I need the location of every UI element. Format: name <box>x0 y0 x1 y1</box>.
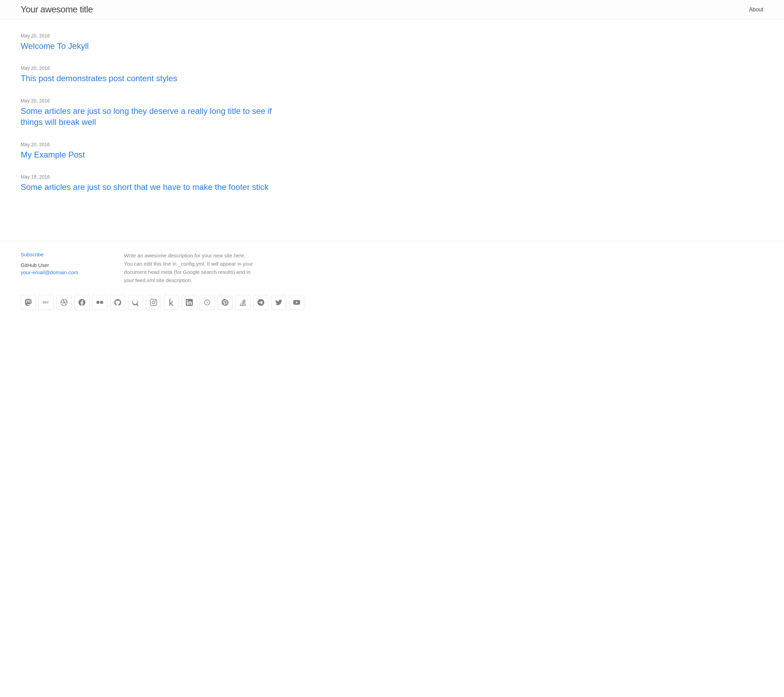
site-footer: Subscribe GitHub User your-email@domain.… <box>0 241 784 327</box>
post-date: May 20, 2016 <box>21 142 289 147</box>
site-header: Your awesome title About <box>0 0 784 19</box>
social-icons-row1: DEV <box>21 295 250 310</box>
post-list: May 20, 2016Welcome To JekyllMay 20, 201… <box>21 33 289 193</box>
social-icons-row2 <box>253 295 304 313</box>
post-date: May 20, 2016 <box>21 65 289 71</box>
post-list-item: May 20, 2016Welcome To Jekyll <box>21 33 289 52</box>
social-icon-kaggle[interactable] <box>164 295 179 310</box>
social-icon-youtube[interactable] <box>289 295 304 310</box>
post-date: May 20, 2016 <box>21 33 289 39</box>
social-icon-instagram[interactable] <box>146 295 161 310</box>
post-title-link[interactable]: Some articles are just so short that we … <box>21 182 289 193</box>
social-icon-telegram[interactable] <box>253 295 268 310</box>
post-list-item: May 20, 2016Some articles are just so lo… <box>21 98 289 128</box>
post-date: May 19, 2016 <box>21 174 289 179</box>
social-icon-mastodon[interactable] <box>21 295 36 310</box>
svg-text:DEV: DEV <box>43 301 49 304</box>
post-title-link[interactable]: My Example Post <box>21 149 289 160</box>
footer-left: Subscribe GitHub User your-email@domain.… <box>21 252 96 276</box>
social-icon-flickr[interactable] <box>92 295 107 310</box>
social-icon-linkedin[interactable] <box>182 295 197 310</box>
post-list-item: May 20, 2016My Example Post <box>21 142 289 160</box>
post-title-link[interactable]: Some articles are just so long they dese… <box>21 105 289 128</box>
social-icon-microdotblog[interactable] <box>199 295 215 310</box>
social-icon-devto[interactable]: DEV <box>38 295 54 310</box>
social-icon-twitter[interactable] <box>271 295 287 310</box>
nav-about[interactable]: About <box>749 7 763 12</box>
social-icons: DEV <box>21 295 763 313</box>
post-list-item: May 20, 2016This post demonstrates post … <box>21 65 289 84</box>
site-title[interactable]: Your awesome title <box>21 4 93 15</box>
site-nav: About <box>742 7 763 13</box>
main-content: May 20, 2016Welcome To JekyllMay 20, 201… <box>0 19 310 220</box>
post-list-item: May 19, 2016Some articles are just so sh… <box>21 174 289 193</box>
social-icon-facebook[interactable] <box>74 295 89 310</box>
post-title-link[interactable]: This post demonstrates post content styl… <box>21 73 289 84</box>
footer-description: Write an awesome description for your ne… <box>124 252 255 284</box>
post-date: May 20, 2016 <box>21 98 289 104</box>
social-icon-dribbble[interactable] <box>56 295 72 310</box>
footer-username: GitHub User <box>21 262 96 268</box>
social-icon-stackoverflow[interactable] <box>236 295 250 310</box>
footer-inner: Subscribe GitHub User your-email@domain.… <box>21 252 763 284</box>
social-icon-github[interactable] <box>110 295 125 310</box>
social-icon-pinterest[interactable] <box>217 295 233 310</box>
social-icon-keybase[interactable] <box>128 295 143 310</box>
post-title-link[interactable]: Welcome To Jekyll <box>21 41 289 52</box>
footer-email[interactable]: your-email@domain.com <box>21 270 78 275</box>
subscribe-link[interactable]: Subscribe <box>21 252 44 257</box>
